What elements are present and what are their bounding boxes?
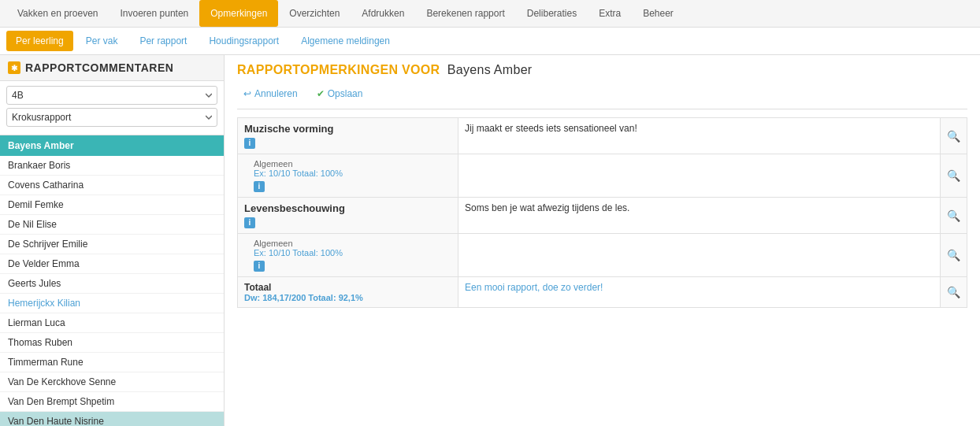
sub-nav-houdingsrapport[interactable]: Houdingsrapport [199, 31, 288, 51]
levensbeschouwing-algemeen-search-cell: 🔍 [941, 234, 967, 277]
report-table: Muzische vorming i Jij maakt er steeds i… [237, 117, 967, 308]
nav-vakken[interactable]: Vakken en proeven [6, 0, 110, 27]
muzische-search-cell: 🔍 [941, 118, 967, 154]
student-item-timmerman[interactable]: Timmerman Rune [0, 353, 224, 372]
current-student-header: Bayens Amber [0, 135, 224, 156]
muzische-subject-cell: Muzische vorming i [238, 118, 458, 154]
totaal-score: Dw: 184,17/200 Totaal: 92,1% [244, 293, 451, 302]
student-item-thomas[interactable]: Thomas Ruben [0, 333, 224, 353]
nav-extra[interactable]: Extra [588, 0, 632, 27]
nav-berekenen[interactable]: Berekenen rapport [415, 0, 515, 27]
muzische-algemeen-cell: Algemeen Ex: 10/10 Totaal: 100% i [238, 154, 458, 198]
table-row-levensbeschouwing-algemeen: Algemeen Ex: 10/10 Totaal: 100% i 🔍 [238, 234, 967, 277]
sub-nav-per-leerling[interactable]: Per leerling [6, 31, 73, 51]
sidebar: ✱ RAPPORTCOMMENTAREN 4B Krokusrapport Ba… [0, 55, 225, 426]
muzische-search-icon[interactable]: 🔍 [947, 130, 960, 143]
title-prefix: RAPPORTOP [237, 63, 319, 76]
muzische-algemeen-label: Algemeen [254, 159, 451, 169]
cancel-button[interactable]: ↩ Annuleren [237, 85, 304, 102]
muzische-algemeen-comment-cell[interactable] [458, 154, 941, 198]
levensbeschouwing-algemeen-cell: Algemeen Ex: 10/10 Totaal: 100% i [238, 234, 458, 277]
sidebar-controls: 4B Krokusrapport [0, 81, 224, 135]
nav-invoeren[interactable]: Invoeren punten [110, 0, 200, 27]
sub-nav-per-rapport[interactable]: Per rapport [130, 31, 196, 51]
levensbeschouwing-algemeen-score: Ex: 10/10 Totaal: 100% [254, 248, 451, 257]
levensbeschouwing-search-cell: 🔍 [941, 198, 967, 234]
muzische-subject-name: Muzische vorming [244, 123, 451, 135]
student-item-vandenbrempt[interactable]: Van Den Brempt Shpetim [0, 392, 224, 412]
student-item-hemerijckx[interactable]: Hemerijckx Kilian [0, 294, 224, 313]
levensbeschouwing-subject-cell: Levensbeschouwing i [238, 198, 458, 234]
action-bar: ↩ Annuleren ✔ Opslaan [237, 85, 967, 109]
save-button[interactable]: ✔ Opslaan [310, 85, 369, 102]
save-label: Opslaan [328, 88, 363, 99]
cancel-label: Annuleren [254, 88, 298, 99]
totaal-subject-cell: Totaal Dw: 184,17/200 Totaal: 92,1% [238, 277, 458, 308]
totaal-search-icon[interactable]: 🔍 [947, 286, 960, 298]
sidebar-header: ✱ RAPPORTCOMMENTAREN [0, 55, 224, 81]
levensbeschouwing-comment-text: Soms ben je wat afwezig tijdens de les. [465, 202, 629, 213]
student-item-brankaer[interactable]: Brankaer Boris [0, 156, 224, 176]
totaal-label: Totaal [244, 282, 451, 293]
totaal-search-cell: 🔍 [941, 277, 967, 308]
student-item-geerts[interactable]: Geerts Jules [0, 274, 224, 294]
main-content: RAPPORTOPMERKINGEN VOOR Bayens Amber ↩ A… [225, 55, 980, 426]
sub-navigation: Per leerling Per vak Per rapport Houding… [0, 28, 980, 55]
nav-beheer[interactable]: Beheer [632, 0, 685, 27]
nav-deliberaties[interactable]: Deliberaties [516, 0, 588, 27]
table-row-levensbeschouwing: Levensbeschouwing i Soms ben je wat afwe… [238, 198, 967, 234]
muzische-comment-cell[interactable]: Jij maakt er steeds iets sensationeel va… [458, 118, 941, 154]
nav-overzichten[interactable]: Overzichten [278, 0, 351, 27]
student-item-demil[interactable]: Demil Femke [0, 195, 224, 215]
nav-afdrukken[interactable]: Afdrukken [351, 0, 415, 27]
levensbeschouwing-algemeen-label: Algemeen [254, 239, 451, 248]
page-title: RAPPORTOPMERKINGEN VOOR Bayens Amber [237, 63, 967, 77]
levensbeschouwing-comment-cell[interactable]: Soms ben je wat afwezig tijdens de les. [458, 198, 941, 234]
student-item-vandekerckhove[interactable]: Van De Kerckhove Senne [0, 372, 224, 392]
student-item-denil[interactable]: De Nil Elise [0, 215, 224, 235]
muzische-algemeen-score: Ex: 10/10 Totaal: 100% [254, 169, 451, 178]
top-navigation: Vakken en proeven Invoeren punten Opmerk… [0, 0, 980, 28]
student-item-covens[interactable]: Covens Catharina [0, 176, 224, 195]
muzische-comment-text: Jij maakt er steeds iets sensationeel va… [465, 123, 637, 134]
sidebar-icon: ✱ [8, 61, 20, 74]
sidebar-title: RAPPORTCOMMENTAREN [25, 61, 173, 74]
student-list: Brankaer Boris Covens Catharina Demil Fe… [0, 156, 224, 426]
student-item-lierman[interactable]: Lierman Luca [0, 313, 224, 333]
report-select[interactable]: Krokusrapport [6, 108, 217, 127]
class-select[interactable]: 4B [6, 86, 217, 105]
muzische-algemeen-search-cell: 🔍 [941, 154, 967, 198]
levensbeschouwing-info-icon[interactable]: i [244, 217, 255, 228]
save-icon: ✔ [317, 88, 325, 99]
totaal-comment-text: Een mooi rapport, doe zo verder! [465, 282, 603, 293]
main-layout: ✱ RAPPORTCOMMENTAREN 4B Krokusrapport Ba… [0, 55, 980, 426]
muzische-algemeen-info-icon[interactable]: i [254, 181, 265, 192]
muzische-info-icon[interactable]: i [244, 138, 255, 149]
table-row-muzische-algemeen: Algemeen Ex: 10/10 Totaal: 100% i 🔍 [238, 154, 967, 198]
sub-nav-algemene-meldingen[interactable]: Algemene meldingen [291, 31, 399, 51]
levensbeschouwing-algemeen-comment-cell[interactable] [458, 234, 941, 277]
title-highlight: MERKINGEN VOOR [319, 63, 440, 76]
levensbeschouwing-algemeen-search-icon[interactable]: 🔍 [947, 249, 960, 261]
nav-opmerkingen[interactable]: Opmerkingen [199, 0, 278, 27]
table-row-muzische: Muzische vorming i Jij maakt er steeds i… [238, 118, 967, 154]
levensbeschouwing-subject-name: Levensbeschouwing [244, 202, 451, 214]
student-item-vandenhaute[interactable]: Van Den Haute Nisrine [0, 412, 224, 426]
totaal-comment-cell[interactable]: Een mooi rapport, doe zo verder! [458, 277, 941, 308]
student-item-deschrijver[interactable]: De Schrijver Emilie [0, 235, 224, 254]
table-row-totaal: Totaal Dw: 184,17/200 Totaal: 92,1% Een … [238, 277, 967, 308]
muzische-algemeen-search-icon[interactable]: 🔍 [947, 169, 960, 182]
levensbeschouwing-algemeen-info-icon[interactable]: i [254, 261, 265, 272]
student-item-develder[interactable]: De Velder Emma [0, 254, 224, 274]
sub-nav-per-vak[interactable]: Per vak [76, 31, 128, 51]
student-name-title: Bayens Amber [447, 63, 533, 76]
levensbeschouwing-search-icon[interactable]: 🔍 [947, 209, 960, 222]
cancel-icon: ↩ [243, 88, 251, 99]
